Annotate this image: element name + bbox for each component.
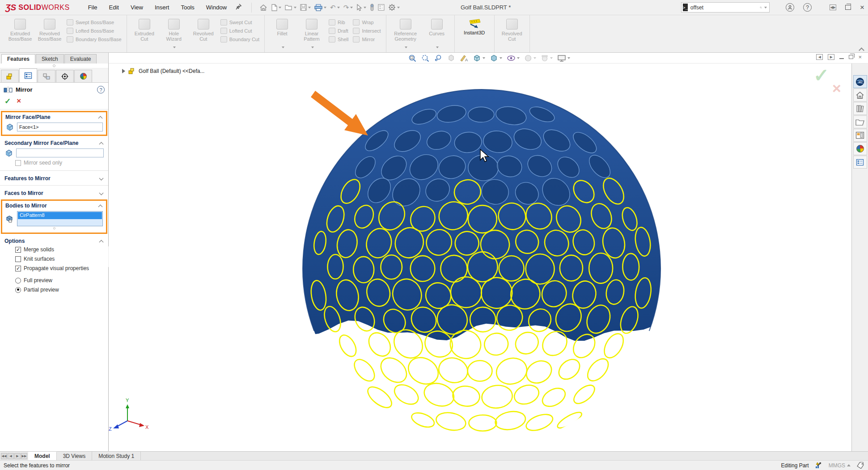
feature-tree-flyout[interactable]: Golf Ball (Default) <<Defa...	[122, 68, 204, 74]
tab-evaluate[interactable]: Evaluate	[64, 54, 97, 64]
configuration-manager-tab[interactable]	[38, 70, 55, 82]
tag-icon[interactable]	[857, 462, 864, 469]
close-button[interactable]: ×	[860, 3, 864, 12]
bodies-listbox[interactable]: CirPattern8	[17, 211, 103, 226]
help-button[interactable]: ?	[803, 3, 812, 12]
redo-button[interactable]: ↷	[342, 3, 355, 13]
custom-properties-tab[interactable]	[853, 156, 867, 169]
checkbox-checked-icon[interactable]: ✓	[15, 266, 21, 271]
tab-features[interactable]: Features	[1, 54, 35, 64]
full-preview-radio-row[interactable]: Full preview	[4, 275, 104, 284]
file-explorer-tab[interactable]	[853, 115, 867, 128]
scroll-left-button[interactable]: ◀	[8, 453, 14, 459]
doc-minimize-button[interactable]	[839, 58, 844, 59]
secondary-face-section-header[interactable]: Secondary Mirror Face/Plane	[4, 140, 104, 146]
view-palette-tab[interactable]	[853, 129, 867, 142]
restore-button[interactable]	[845, 5, 851, 10]
bodies-list-item[interactable]: CirPattern8	[18, 212, 102, 219]
display-manager-tab[interactable]	[74, 70, 92, 82]
pin-menu-icon[interactable]	[235, 3, 244, 12]
extruded-cut-button: ExtrudedCut	[131, 17, 158, 51]
pm-help-icon[interactable]: ?	[97, 86, 105, 93]
radio-unselected-icon[interactable]	[15, 278, 21, 284]
scroll-first-button[interactable]: ◀◀	[1, 453, 7, 459]
confirm-corner-cancel-icon[interactable]: ×	[832, 80, 841, 97]
magnetic-mate-button[interactable]	[368, 3, 376, 12]
units-selector[interactable]: MMGS	[829, 462, 851, 469]
instant3d-button[interactable]: Instant3D	[458, 17, 491, 51]
ribbon-collapse-chevron[interactable]	[859, 48, 864, 51]
doc-close-button[interactable]: ×	[858, 54, 862, 60]
search-magnifier-icon[interactable]	[760, 4, 762, 11]
open-document-button[interactable]	[284, 3, 298, 12]
zoom-to-fit-button[interactable]	[407, 54, 418, 63]
display-style-button[interactable]	[489, 54, 503, 63]
property-manager-tab[interactable]	[19, 68, 37, 82]
curves-icon	[431, 19, 443, 30]
select-cursor-button[interactable]	[355, 3, 368, 12]
feature-manager-tab[interactable]	[1, 70, 19, 82]
knit-surfaces-checkbox-row[interactable]: Knit surfaces	[4, 254, 104, 263]
view-settings-button[interactable]	[556, 54, 571, 63]
mirror-face-field[interactable]	[17, 123, 103, 131]
model-tab[interactable]: Model	[28, 452, 57, 460]
golf-ball-model[interactable]: YXZ	[109, 64, 851, 451]
3d-views-tab[interactable]: 3D Views	[57, 452, 92, 460]
checkbox-unchecked-icon[interactable]	[15, 256, 21, 262]
solidworks-logo: ƷS SOLIDWORKS	[5, 3, 70, 13]
home-button[interactable]	[258, 3, 269, 12]
menu-edit[interactable]: Edit	[103, 4, 125, 11]
menu-view[interactable]: View	[125, 4, 149, 11]
view-orientation-button[interactable]	[472, 54, 486, 63]
save-button[interactable]	[299, 3, 312, 12]
merge-solids-checkbox-row[interactable]: ✓ Merge solids	[4, 244, 104, 254]
design-library-tab[interactable]	[853, 102, 867, 115]
appearances-scenes-tab[interactable]	[853, 142, 867, 155]
checkbox-unchecked-icon[interactable]	[15, 160, 21, 166]
options-header[interactable]: Options	[4, 238, 104, 244]
menu-window[interactable]: Window	[200, 4, 233, 11]
menu-file[interactable]: File	[82, 4, 103, 11]
home-tab[interactable]	[853, 89, 867, 102]
undo-button[interactable]: ↶	[329, 3, 341, 13]
propagate-visual-properties-checkbox-row[interactable]: ✓ Propagate visual properties	[4, 263, 104, 272]
flyout-expand-icon[interactable]	[122, 69, 125, 73]
zoom-to-area-button[interactable]	[420, 54, 431, 63]
dimxpert-manager-tab[interactable]	[56, 70, 74, 82]
features-to-mirror-header[interactable]: Features to Mirror	[4, 175, 104, 182]
menu-tools[interactable]: Tools	[175, 4, 200, 11]
scroll-right-button[interactable]: ▶	[14, 453, 21, 459]
options-gear-button[interactable]	[387, 3, 401, 12]
search-input[interactable]	[690, 4, 760, 11]
dynamic-annotation-button[interactable]: A	[459, 54, 469, 63]
checkbox-checked-icon[interactable]: ✓	[15, 247, 21, 253]
3dexperience-tab[interactable]: 3D	[853, 75, 867, 88]
pm-ok-button[interactable]: ✓	[4, 97, 11, 106]
doc-restore-button[interactable]	[849, 55, 853, 59]
faces-to-mirror-header[interactable]: Faces to Mirror	[4, 190, 104, 196]
partial-preview-radio-row[interactable]: Partial preview	[4, 284, 104, 294]
hide-show-items-button[interactable]	[506, 54, 521, 63]
panel-splitter[interactable]	[0, 64, 108, 68]
new-document-button[interactable]	[270, 3, 283, 12]
confirm-corner-ok-icon[interactable]: ✓	[813, 64, 829, 86]
properties-button[interactable]	[377, 3, 386, 12]
print-button[interactable]	[313, 3, 328, 12]
mirror-seed-only-checkbox-row[interactable]: Mirror seed only	[4, 157, 104, 167]
command-search[interactable]: >_	[681, 2, 770, 13]
menu-insert[interactable]: Insert	[149, 4, 175, 11]
collapse-left-pane-button[interactable]: ◀	[816, 54, 823, 60]
widescreen-button[interactable]: ◀▶	[830, 4, 836, 10]
previous-view-button[interactable]	[433, 54, 444, 63]
graphics-viewport[interactable]: YXZ Golf Ball (Default) <<Defa... ✓ ×	[109, 64, 851, 451]
bodies-to-mirror-header[interactable]: Bodies to Mirror	[5, 203, 103, 209]
login-user-button[interactable]	[786, 3, 794, 12]
collapse-right-pane-button[interactable]: ▶	[828, 54, 834, 60]
tab-sketch[interactable]: Sketch	[36, 54, 64, 64]
scroll-last-button[interactable]: ▶▶	[21, 453, 27, 459]
motion-study-tab[interactable]: Motion Study 1	[92, 452, 141, 460]
mirror-face-section-header[interactable]: Mirror Face/Plane	[5, 114, 103, 120]
secondary-face-field[interactable]	[16, 148, 104, 157]
radio-selected-icon[interactable]	[15, 287, 21, 293]
pm-cancel-button[interactable]: ×	[17, 97, 21, 106]
